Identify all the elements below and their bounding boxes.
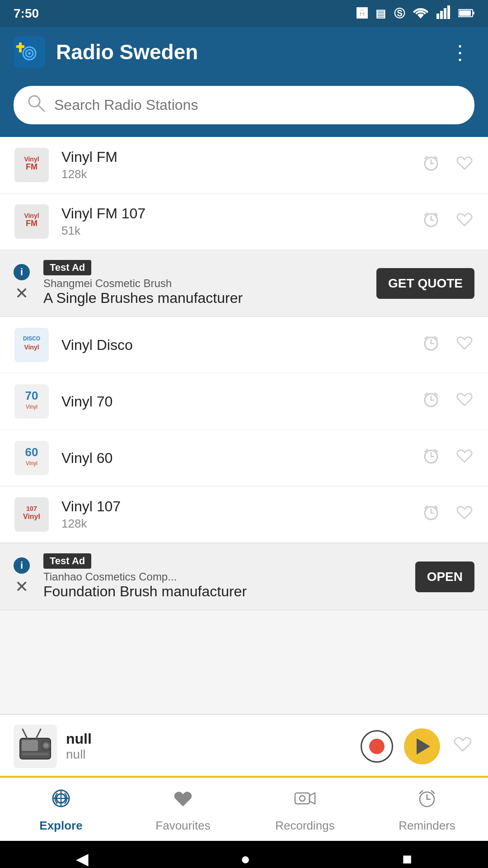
nav-recordings[interactable]: Recordings (244, 778, 366, 841)
station-info: Vinyl 60 (61, 450, 421, 467)
station-info: Vinyl FM 128k (61, 149, 421, 181)
station-actions (421, 153, 474, 177)
ad-controls: i ✕ (14, 264, 30, 303)
bottom-nav: Explore Favourites Recordings (0, 778, 488, 841)
station-item: Vinyl FM Vinyl FM 107 51k (0, 193, 488, 250)
reminders-label: Reminders (399, 819, 455, 833)
ad-headline: A Single Brushes manufacturer (43, 290, 367, 307)
ad-banner-2: i ✕ Test Ad Tianhao Cosmetics Comp... Fo… (0, 543, 488, 610)
recordings-label: Recordings (275, 819, 335, 833)
svg-line-14 (38, 105, 44, 111)
signal-icon (436, 5, 450, 22)
explore-label: Explore (39, 819, 82, 833)
now-playing-info: null null (66, 731, 352, 762)
station-actions (421, 209, 474, 234)
ad-close-button[interactable]: ✕ (15, 284, 28, 303)
svg-text:Vinyl: Vinyl (24, 212, 39, 219)
reminders-icon (415, 787, 439, 815)
record-dot (369, 739, 385, 754)
svg-point-10 (28, 52, 31, 55)
svg-rect-5 (459, 10, 471, 16)
nav-explore[interactable]: Explore (0, 778, 122, 841)
svg-rect-0 (436, 14, 439, 19)
svg-text:FM: FM (26, 162, 38, 171)
favorite-icon[interactable] (455, 209, 474, 234)
back-button[interactable]: ◀ (76, 849, 89, 868)
favorite-icon[interactable] (455, 389, 474, 414)
station-info: Vinyl 70 (61, 393, 421, 410)
search-bar (14, 86, 474, 124)
favorite-icon[interactable] (455, 502, 474, 527)
ad-company-2: Tianhao Cosmetics Comp... (43, 571, 406, 583)
app-header: Radio Sweden ⋮ (0, 27, 488, 77)
svg-text:Vinyl: Vinyl (23, 513, 40, 520)
station-item: 60 Vinyl Vinyl 60 (0, 430, 488, 486)
play-button[interactable] (404, 728, 440, 764)
station-actions (421, 389, 474, 414)
ad-cta-button[interactable]: GET QUOTE (376, 268, 474, 299)
svg-text:107: 107 (26, 505, 37, 512)
now-playing-sub: null (66, 747, 352, 762)
station-bitrate: 128k (61, 167, 421, 181)
search-input[interactable] (54, 97, 461, 113)
status-time: 7:50 (14, 6, 39, 21)
svg-text:Vinyl: Vinyl (26, 460, 38, 467)
station-item: DISCO Vinyl Vinyl Disco (0, 317, 488, 373)
battery-icon (458, 6, 474, 21)
ad-cta-button-2[interactable]: OPEN (415, 561, 474, 592)
station-logo: Vinyl FM (14, 203, 50, 240)
svg-rect-63 (295, 793, 310, 804)
nav-reminders[interactable]: Reminders (366, 778, 488, 841)
notification-icon: 🅰 (357, 7, 367, 20)
status-bar: 7:50 🅰 ▤ Ⓢ (0, 0, 488, 27)
svg-rect-1 (440, 11, 443, 19)
alarm-icon[interactable] (421, 502, 441, 527)
sd-card-icon: ▤ (375, 7, 386, 20)
station-logo: Vinyl FM (14, 147, 50, 183)
station-logo: 107 Vinyl (14, 496, 50, 533)
alarm-icon[interactable] (421, 209, 441, 234)
ad-info-icon-2[interactable]: i (14, 557, 30, 574)
favorite-icon[interactable] (455, 333, 474, 357)
station-name: Vinyl 70 (61, 393, 421, 410)
home-button[interactable]: ● (240, 849, 250, 868)
station-info: Vinyl Disco (61, 337, 421, 354)
alarm-icon[interactable] (421, 153, 441, 177)
svg-text:70: 70 (25, 389, 38, 402)
alarm-icon[interactable] (421, 389, 441, 414)
svg-point-65 (300, 796, 305, 801)
now-playing-actions (361, 728, 474, 764)
ad-close-button-2[interactable]: ✕ (15, 577, 28, 596)
ad-info-icon[interactable]: i (14, 264, 30, 280)
ad-banner-1: i ✕ Test Ad Shangmei Cosmetic Brush A Si… (0, 250, 488, 317)
ad-company: Shangmei Cosmetic Brush (43, 277, 367, 290)
recordings-icon (293, 787, 317, 815)
now-playing-favorite[interactable] (451, 732, 474, 761)
app-title: Radio Sweden (56, 40, 435, 64)
status-icons: 🅰 ▤ Ⓢ (357, 5, 474, 22)
ad-headline-2: Foundation Brush manufacturer (43, 583, 406, 600)
svg-text:Vinyl: Vinyl (26, 404, 38, 410)
recent-button[interactable]: ■ (402, 849, 412, 868)
station-logo: 70 Vinyl (14, 383, 50, 420)
nav-favourites[interactable]: Favourites (122, 778, 244, 841)
now-playing-bar: null null (0, 714, 488, 778)
station-actions (421, 446, 474, 470)
station-actions (421, 502, 474, 527)
svg-rect-53 (22, 740, 38, 751)
station-name: Vinyl Disco (61, 337, 421, 354)
station-item: 107 Vinyl Vinyl 107 128k (0, 486, 488, 543)
favourites-icon (171, 787, 195, 815)
station-actions (421, 333, 474, 357)
station-name: Vinyl 60 (61, 450, 421, 467)
menu-button[interactable]: ⋮ (446, 36, 474, 68)
svg-rect-2 (444, 8, 446, 19)
alarm-icon[interactable] (421, 446, 441, 470)
favorite-icon[interactable] (455, 153, 474, 177)
alarm-icon[interactable] (421, 333, 441, 357)
record-button[interactable] (361, 730, 393, 763)
favorite-icon[interactable] (455, 446, 474, 470)
app-logo (14, 36, 45, 68)
wifi-icon (413, 5, 428, 22)
svg-text:60: 60 (25, 445, 38, 459)
